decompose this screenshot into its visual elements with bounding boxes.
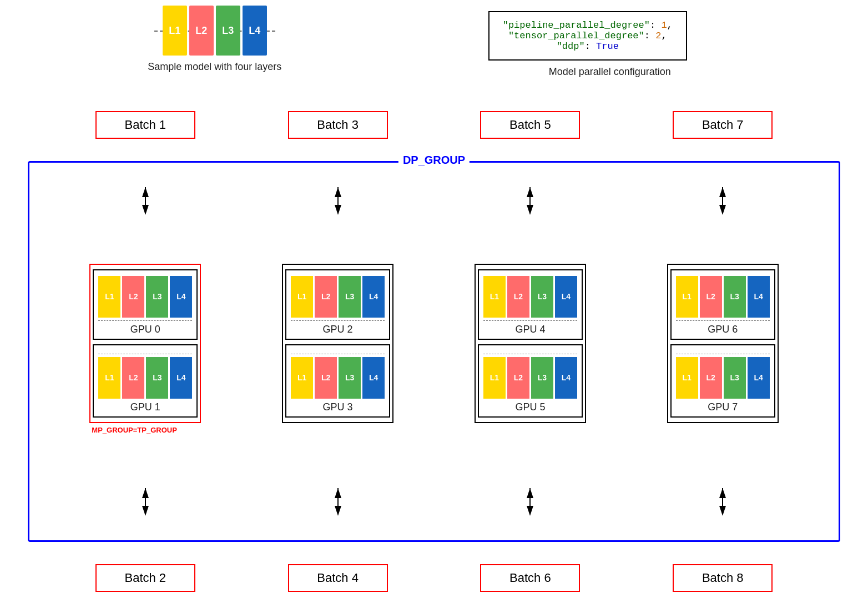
gpu5-l4: L4 bbox=[555, 357, 577, 399]
gpu-pair-2: L1 L2 L3 L4 GPU 4 L1 L2 L3 bbox=[475, 264, 586, 423]
gpu-2-layers: L1 L2 L3 L4 bbox=[291, 276, 385, 318]
gpu1-l4: L4 bbox=[170, 357, 192, 399]
gpu-pair-3: L1 L2 L3 L4 GPU 6 L1 L2 L3 bbox=[667, 264, 779, 423]
gpu5-l1: L1 bbox=[483, 357, 506, 399]
gpu-pair-1: L1 L2 L3 L4 GPU 2 L1 L2 L3 bbox=[282, 264, 393, 423]
layer-boxes: L1 L2 L3 L4 bbox=[163, 6, 267, 56]
layer-l4: L4 bbox=[243, 6, 267, 56]
gpu-column-2: Batch 5 L1 L2 L3 L4 bbox=[444, 111, 616, 592]
batch-5-box: Batch 5 bbox=[480, 111, 580, 139]
gpu6-l4: L4 bbox=[748, 276, 770, 318]
sample-model: L1 L2 L3 L4 Sample model with four layer… bbox=[148, 6, 281, 73]
gpu5-l3: L3 bbox=[531, 357, 553, 399]
svg-marker-13 bbox=[527, 205, 533, 215]
gpu-column-1: Batch 3 L1 L2 L3 L4 bbox=[252, 111, 424, 592]
gpu-1-label: GPU 1 bbox=[98, 401, 192, 413]
gpu3-l1: L1 bbox=[291, 357, 313, 399]
layer-l2: L2 bbox=[189, 6, 214, 56]
gpu3-l2: L2 bbox=[315, 357, 337, 399]
gpu-0-layers: L1 L2 L3 L4 bbox=[98, 276, 192, 318]
gpu-3-unit: L1 L2 L3 L4 GPU 3 bbox=[285, 344, 390, 418]
gpu-5-layers: L1 L2 L3 L4 bbox=[483, 357, 577, 399]
svg-marker-14 bbox=[527, 187, 533, 197]
layer-l1: L1 bbox=[163, 6, 187, 56]
gpu5-l2: L2 bbox=[507, 357, 529, 399]
arrow-bottom-1 bbox=[334, 488, 342, 516]
gpu4-l3: L3 bbox=[531, 276, 553, 318]
gpu-0-unit: L1 L2 L3 L4 GPU 0 bbox=[93, 269, 198, 340]
gpu-6-layers: L1 L2 L3 L4 bbox=[676, 276, 770, 318]
arrow-bottom-3 bbox=[718, 488, 727, 516]
gpu-3-layers: L1 L2 L3 L4 bbox=[291, 357, 385, 399]
svg-marker-20 bbox=[719, 187, 726, 197]
gpu7-l4: L4 bbox=[748, 357, 770, 399]
batch-3-box: Batch 3 bbox=[288, 111, 388, 139]
gpu-4-layers: L1 L2 L3 L4 bbox=[483, 276, 577, 318]
gpu-4-label: GPU 4 bbox=[483, 324, 577, 335]
batch-1-box: Batch 1 bbox=[95, 111, 195, 139]
arrow-top-1 bbox=[334, 187, 342, 215]
svg-marker-23 bbox=[719, 488, 726, 498]
mp-group-label: MP_GROUP=TP_GROUP bbox=[92, 426, 177, 434]
config-key-2: "tensor_parallel_degree" bbox=[508, 31, 644, 41]
gpu1-l2: L2 bbox=[122, 357, 144, 399]
gpu6-l1: L1 bbox=[676, 276, 698, 318]
gpu-6-label: GPU 6 bbox=[676, 324, 770, 335]
batch-6-box: Batch 6 bbox=[480, 564, 580, 592]
top-section: L1 L2 L3 L4 Sample model with four layer… bbox=[0, 6, 868, 78]
gpu-7-label: GPU 7 bbox=[676, 401, 770, 413]
config-key-1: "pipeline_parallel_degree" bbox=[503, 20, 650, 31]
batch-8-box: Batch 8 bbox=[673, 564, 773, 592]
gpu2-l2: L2 bbox=[315, 276, 337, 318]
gpu-2-unit: L1 L2 L3 L4 GPU 2 bbox=[285, 269, 390, 340]
gpu-column-0: Batch 1 MP_GROUP=TP_GROUP bbox=[59, 111, 231, 592]
config-bool-1: True bbox=[596, 41, 619, 52]
arrow-bottom-0 bbox=[141, 488, 150, 516]
config-val-2: 2 bbox=[655, 31, 661, 41]
gpu0-l1: L1 bbox=[98, 276, 120, 318]
svg-marker-7 bbox=[335, 205, 341, 215]
gpu2-l1: L1 bbox=[291, 276, 313, 318]
gpu-7-unit: L1 L2 L3 L4 GPU 7 bbox=[670, 344, 775, 418]
gpu2-l4: L4 bbox=[362, 276, 385, 318]
gpu0-l2: L2 bbox=[122, 276, 144, 318]
gpu0-l3: L3 bbox=[146, 276, 168, 318]
gpu-7-layers: L1 L2 L3 L4 bbox=[676, 357, 770, 399]
sample-model-label: Sample model with four layers bbox=[148, 61, 281, 73]
gpu-3-label: GPU 3 bbox=[291, 401, 385, 413]
gpu1-l1: L1 bbox=[98, 357, 120, 399]
svg-marker-22 bbox=[719, 506, 726, 516]
gpu1-l3: L3 bbox=[146, 357, 168, 399]
config-val-1: 1 bbox=[661, 20, 667, 31]
gpu-5-label: GPU 5 bbox=[483, 401, 577, 413]
main-area: DP_GROUP Batch 1 bbox=[17, 111, 851, 592]
config-label: Model parallel configuration bbox=[549, 66, 671, 78]
arrow-top-0 bbox=[141, 187, 150, 215]
gpu-2-label: GPU 2 bbox=[291, 324, 385, 335]
gpu-4-unit: L1 L2 L3 L4 GPU 4 bbox=[478, 269, 583, 340]
gpu-0-label: GPU 0 bbox=[98, 324, 192, 335]
svg-marker-8 bbox=[335, 187, 341, 197]
gpu7-l1: L1 bbox=[676, 357, 698, 399]
svg-marker-10 bbox=[335, 506, 341, 516]
svg-marker-5 bbox=[142, 488, 149, 498]
svg-marker-2 bbox=[142, 187, 149, 197]
gpu2-l3: L3 bbox=[339, 276, 361, 318]
gpu6-l2: L2 bbox=[700, 276, 722, 318]
main-diagram: L1 L2 L3 L4 Sample model with four layer… bbox=[0, 0, 868, 603]
gpu7-l3: L3 bbox=[724, 357, 746, 399]
gpu7-l2: L2 bbox=[700, 357, 722, 399]
gpu0-l4: L4 bbox=[170, 276, 192, 318]
arrow-top-3 bbox=[718, 187, 727, 215]
svg-marker-1 bbox=[142, 205, 149, 215]
gpu-column-3: Batch 7 L1 L2 L3 L4 bbox=[637, 111, 809, 592]
mp-group-wrapper: MP_GROUP=TP_GROUP L1 L2 L3 L4 GPU 0 bbox=[89, 264, 201, 423]
batch-4-box: Batch 4 bbox=[288, 564, 388, 592]
gpu-1-unit: L1 L2 L3 L4 GPU 1 bbox=[93, 344, 198, 418]
gpu3-l3: L3 bbox=[339, 357, 361, 399]
gpu4-l4: L4 bbox=[555, 276, 577, 318]
gpu-1-layers: L1 L2 L3 L4 bbox=[98, 357, 192, 399]
arrow-top-2 bbox=[526, 187, 534, 215]
config-key-3: "ddp" bbox=[557, 41, 585, 52]
svg-marker-11 bbox=[335, 488, 341, 498]
